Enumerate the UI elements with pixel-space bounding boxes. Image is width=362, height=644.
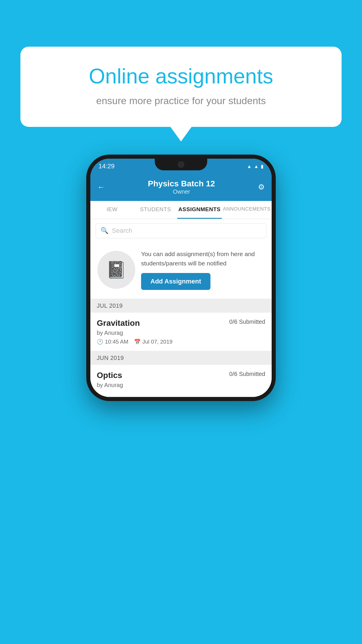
promo-text-area: You can add assignment(s) from here and … (141, 249, 265, 290)
battery-icon (261, 163, 263, 169)
assignment-time: 🕐 10:45 AM (97, 339, 128, 345)
assignment-gravitation[interactable]: Gravitation 0/6 Submitted by Anurag 🕐 10… (90, 313, 272, 351)
phone-outer: 14:29 ← Physics Batch 12 Owner ⚙ IEW (86, 155, 276, 401)
search-icon: 🔍 (101, 227, 108, 235)
tab-students[interactable]: STUDENTS (134, 201, 177, 219)
month-header-jul: JUL 2019 (90, 299, 272, 313)
assignment-optics[interactable]: Optics 0/6 Submitted by Anurag (90, 365, 272, 397)
back-button[interactable]: ← (97, 183, 105, 192)
notebook-icon: 📓 (106, 260, 126, 279)
assignment-optics-submitted: 0/6 Submitted (229, 371, 265, 377)
settings-icon[interactable]: ⚙ (258, 183, 265, 192)
phone-camera (178, 161, 184, 168)
speech-bubble-subtitle: ensure more practice for your students (44, 95, 318, 106)
assignment-optics-top-row: Optics 0/6 Submitted (97, 371, 265, 380)
assignment-by: by Anurag (97, 330, 265, 336)
tabs-bar: IEW STUDENTS ASSIGNMENTS ANNOUNCEMENTS (90, 201, 272, 219)
assignment-optics-name: Optics (97, 371, 122, 380)
tab-assignments[interactable]: ASSIGNMENTS (177, 201, 222, 219)
calendar-icon: 📅 (134, 339, 140, 345)
assignment-top-row: Gravitation 0/6 Submitted (97, 318, 265, 328)
search-input-wrap[interactable]: 🔍 Search (96, 223, 266, 238)
tab-announcements[interactable]: ANNOUNCEMENTS (222, 201, 272, 219)
assignment-name: Gravitation (97, 318, 140, 328)
app-header: ← Physics Batch 12 Owner ⚙ (90, 174, 272, 201)
batch-title: Physics Batch 12 (148, 179, 215, 188)
assignment-meta: 🕐 10:45 AM 📅 Jul 07, 2019 (97, 339, 265, 345)
assignment-submitted: 0/6 Submitted (229, 318, 265, 325)
batch-subtitle: Owner (148, 188, 215, 195)
promo-description: You can add assignment(s) from here and … (141, 249, 265, 268)
promo-block: 📓 You can add assignment(s) from here an… (90, 242, 272, 299)
assignment-optics-by: by Anurag (97, 382, 265, 388)
status-time: 14:29 (99, 162, 115, 170)
wifi-icon (247, 163, 252, 169)
speech-bubble-container: Online assignments ensure more practice … (20, 47, 342, 127)
phone-device: 14:29 ← Physics Batch 12 Owner ⚙ IEW (86, 155, 276, 401)
speech-bubble-title: Online assignments (44, 64, 318, 88)
search-placeholder: Search (112, 227, 132, 235)
assignment-date-value: Jul 07, 2019 (142, 339, 173, 345)
search-container: 🔍 Search (90, 219, 272, 242)
signal-icon (254, 163, 259, 169)
assignment-date: 📅 Jul 07, 2019 (134, 339, 173, 345)
clock-icon: 🕐 (97, 339, 103, 345)
add-assignment-button[interactable]: Add Assignment (141, 273, 210, 290)
phone-notch (155, 159, 207, 170)
month-header-jun: JUN 2019 (90, 351, 272, 365)
tab-iew[interactable]: IEW (90, 201, 134, 219)
header-title-block: Physics Batch 12 Owner (148, 179, 215, 195)
promo-icon-circle: 📓 (97, 251, 135, 289)
speech-bubble: Online assignments ensure more practice … (20, 47, 342, 127)
assignment-time-value: 10:45 AM (105, 339, 128, 345)
status-icons (247, 163, 263, 169)
phone-screen: 14:29 ← Physics Batch 12 Owner ⚙ IEW (90, 159, 272, 397)
